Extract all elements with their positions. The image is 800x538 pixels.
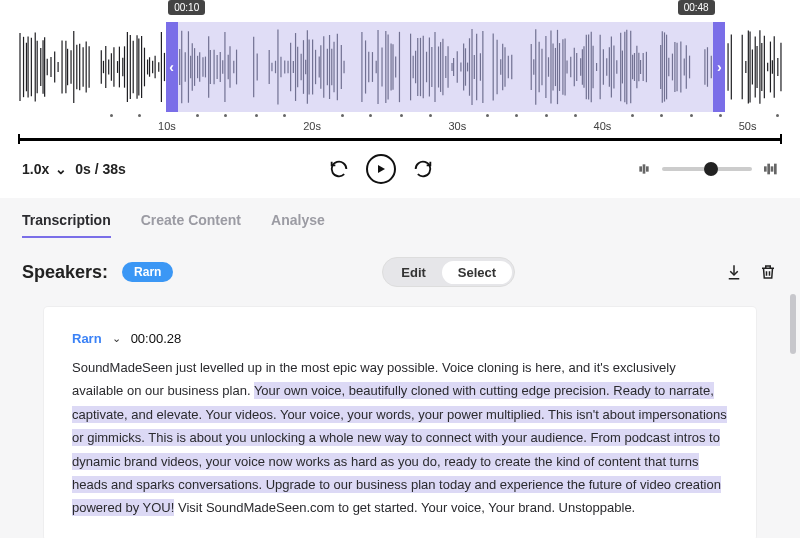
- chevron-down-icon[interactable]: ⌄: [112, 332, 121, 345]
- scrollbar-thumb[interactable]: [790, 294, 796, 354]
- playback-speed-selector[interactable]: 1.0x ⌄: [22, 161, 67, 177]
- svg-rect-242: [771, 167, 772, 171]
- tab-transcription[interactable]: Transcription: [22, 212, 111, 238]
- speakers-label: Speakers:: [22, 262, 108, 283]
- volume-slider[interactable]: [662, 167, 752, 171]
- svg-rect-238: [643, 165, 644, 173]
- svg-rect-237: [640, 167, 641, 171]
- play-button[interactable]: [366, 154, 396, 184]
- waveform-track[interactable]: ‹ › 00:10 00:48: [18, 22, 782, 112]
- delete-button[interactable]: [758, 262, 778, 282]
- tick-label: 50s: [739, 120, 757, 132]
- playback-speed-value: 1.0x: [22, 161, 49, 177]
- selection-end-time: 00:48: [678, 0, 715, 15]
- volume-low-icon: [636, 161, 652, 177]
- selection-handle-right-icon[interactable]: ›: [717, 59, 722, 75]
- volume-high-icon: [762, 161, 778, 177]
- waveform-time-ticks: 10s20s30s40s50s: [18, 114, 782, 132]
- trash-icon: [759, 263, 777, 281]
- transcript-body[interactable]: SoundMadeSeen just levelled up in the mo…: [72, 356, 728, 520]
- svg-rect-241: [768, 164, 769, 173]
- tab-analyse[interactable]: Analyse: [271, 212, 325, 238]
- svg-marker-236: [378, 165, 385, 173]
- tick-label: 10s: [158, 120, 176, 132]
- speaker-chip[interactable]: Rarn: [122, 262, 173, 282]
- chevron-down-icon: ⌄: [55, 161, 67, 177]
- transcript-card: Rarn ⌄ 00:00.28 SoundMadeSeen just level…: [44, 307, 756, 538]
- transcript-timestamp: 00:00.28: [131, 331, 182, 346]
- selection-handle-left-icon[interactable]: ‹: [169, 59, 174, 75]
- svg-rect-240: [765, 167, 766, 171]
- download-icon: [725, 263, 743, 281]
- toggle-option-edit[interactable]: Edit: [385, 261, 442, 284]
- play-icon: [375, 163, 387, 175]
- tab-create-content[interactable]: Create Content: [141, 212, 241, 238]
- tick-label: 30s: [448, 120, 466, 132]
- volume-thumb[interactable]: [704, 162, 718, 176]
- playback-controls: 1.0x ⌄ 0s / 38s: [0, 142, 800, 198]
- rewind-icon: [328, 158, 350, 180]
- transcript-speaker-name[interactable]: Rarn: [72, 331, 102, 346]
- rewind-button[interactable]: [324, 154, 354, 184]
- forward-button[interactable]: [408, 154, 438, 184]
- svg-rect-243: [775, 164, 776, 173]
- waveform-area: ‹ › 00:10 00:48 10s20s30s40s50s: [0, 0, 800, 142]
- edit-select-toggle[interactable]: EditSelect: [382, 257, 515, 287]
- waveform-selection[interactable]: ‹ › 00:10 00:48: [166, 22, 724, 112]
- selection-start-time: 00:10: [168, 0, 205, 15]
- tab-bar: TranscriptionCreate ContentAnalyse: [22, 212, 778, 239]
- transcript-text-highlighted: Your own voice, beautifully cloned with …: [72, 382, 727, 516]
- timeline-bar[interactable]: [18, 136, 782, 142]
- speakers-row: Speakers: Rarn EditSelect: [22, 239, 778, 291]
- forward-icon: [412, 158, 434, 180]
- transcript-area: Rarn ⌄ 00:00.28 SoundMadeSeen just level…: [22, 307, 778, 538]
- svg-rect-239: [647, 167, 648, 171]
- toggle-option-select[interactable]: Select: [442, 261, 512, 284]
- tick-label: 40s: [594, 120, 612, 132]
- download-button[interactable]: [724, 262, 744, 282]
- tick-label: 20s: [303, 120, 321, 132]
- sub-header-area: TranscriptionCreate ContentAnalyse Speak…: [0, 198, 800, 307]
- playback-position: 0s / 38s: [75, 161, 126, 177]
- transcript-text-post: Visit SoundMadeSeen.com to get started. …: [174, 500, 635, 515]
